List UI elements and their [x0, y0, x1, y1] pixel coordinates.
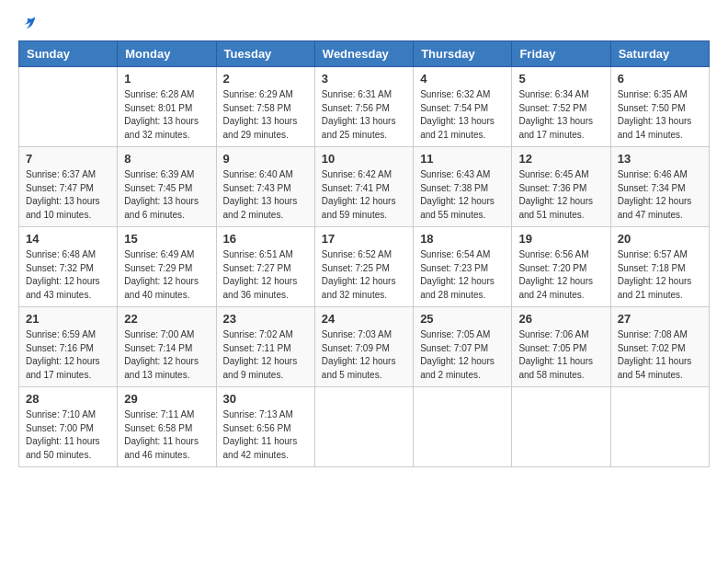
day-info: Sunrise: 6:49 AM Sunset: 7:29 PM Dayligh… [124, 249, 199, 300]
day-info: Sunrise: 6:56 AM Sunset: 7:20 PM Dayligh… [518, 249, 593, 300]
calendar-cell: 8 Sunrise: 6:39 AM Sunset: 7:45 PM Dayli… [118, 147, 216, 227]
day-info: Sunrise: 6:31 AM Sunset: 7:56 PM Dayligh… [322, 89, 396, 140]
calendar-week-3: 14 Sunrise: 6:48 AM Sunset: 7:32 PM Dayl… [19, 227, 710, 307]
calendar-cell: 9 Sunrise: 6:40 AM Sunset: 7:43 PM Dayli… [216, 147, 314, 227]
day-info: Sunrise: 6:48 AM Sunset: 7:32 PM Dayligh… [26, 249, 100, 300]
calendar-cell: 20 Sunrise: 6:57 AM Sunset: 7:18 PM Dayl… [610, 227, 709, 307]
calendar-cell: 17 Sunrise: 6:52 AM Sunset: 7:25 PM Dayl… [314, 227, 413, 307]
day-info: Sunrise: 7:05 AM Sunset: 7:07 PM Dayligh… [420, 329, 495, 380]
header [18, 18, 710, 31]
day-info: Sunrise: 6:34 AM Sunset: 7:52 PM Dayligh… [518, 89, 593, 140]
day-info: Sunrise: 7:10 AM Sunset: 7:00 PM Dayligh… [26, 409, 100, 460]
calendar-cell [314, 387, 413, 467]
calendar-cell: 5 Sunrise: 6:34 AM Sunset: 7:52 PM Dayli… [512, 67, 610, 147]
calendar-cell: 10 Sunrise: 6:42 AM Sunset: 7:41 PM Dayl… [314, 147, 413, 227]
day-number: 9 [223, 152, 308, 166]
day-number: 1 [124, 72, 209, 86]
logo [18, 18, 37, 31]
calendar-week-5: 28 Sunrise: 7:10 AM Sunset: 7:00 PM Dayl… [19, 387, 710, 467]
day-number: 22 [124, 312, 209, 326]
calendar-cell: 3 Sunrise: 6:31 AM Sunset: 7:56 PM Dayli… [314, 67, 413, 147]
day-info: Sunrise: 6:57 AM Sunset: 7:18 PM Dayligh… [618, 249, 692, 300]
day-info: Sunrise: 7:11 AM Sunset: 6:58 PM Dayligh… [124, 409, 199, 460]
calendar-week-2: 7 Sunrise: 6:37 AM Sunset: 7:47 PM Dayli… [19, 147, 710, 227]
day-number: 3 [322, 72, 406, 86]
day-number: 24 [322, 312, 406, 326]
calendar-cell: 13 Sunrise: 6:46 AM Sunset: 7:34 PM Dayl… [610, 147, 709, 227]
calendar-cell: 1 Sunrise: 6:28 AM Sunset: 8:01 PM Dayli… [118, 67, 216, 147]
day-number: 29 [124, 392, 209, 406]
day-number: 25 [420, 312, 505, 326]
day-number: 14 [26, 232, 110, 246]
day-info: Sunrise: 7:00 AM Sunset: 7:14 PM Dayligh… [124, 329, 199, 380]
weekday-header-row: SundayMondayTuesdayWednesdayThursdayFrid… [19, 41, 710, 67]
weekday-header-friday: Friday [512, 41, 610, 67]
calendar-cell: 16 Sunrise: 6:51 AM Sunset: 7:27 PM Dayl… [216, 227, 314, 307]
day-number: 26 [518, 312, 603, 326]
calendar-cell [610, 387, 709, 467]
calendar-cell: 2 Sunrise: 6:29 AM Sunset: 7:58 PM Dayli… [216, 67, 314, 147]
day-info: Sunrise: 6:42 AM Sunset: 7:41 PM Dayligh… [322, 169, 396, 220]
day-number: 17 [322, 232, 406, 246]
day-info: Sunrise: 7:02 AM Sunset: 7:11 PM Dayligh… [223, 329, 298, 380]
day-info: Sunrise: 6:35 AM Sunset: 7:50 PM Dayligh… [618, 89, 692, 140]
day-number: 28 [26, 392, 110, 406]
day-info: Sunrise: 6:40 AM Sunset: 7:43 PM Dayligh… [223, 169, 298, 220]
day-number: 5 [518, 72, 603, 86]
calendar-week-1: 1 Sunrise: 6:28 AM Sunset: 8:01 PM Dayli… [19, 67, 710, 147]
day-number: 15 [124, 232, 209, 246]
calendar-cell: 14 Sunrise: 6:48 AM Sunset: 7:32 PM Dayl… [19, 227, 118, 307]
day-info: Sunrise: 7:08 AM Sunset: 7:02 PM Dayligh… [618, 329, 692, 380]
calendar-cell [19, 67, 118, 147]
weekday-header-wednesday: Wednesday [314, 41, 413, 67]
calendar-cell: 25 Sunrise: 7:05 AM Sunset: 7:07 PM Dayl… [414, 307, 512, 387]
day-info: Sunrise: 6:43 AM Sunset: 7:38 PM Dayligh… [420, 169, 495, 220]
calendar-cell: 22 Sunrise: 7:00 AM Sunset: 7:14 PM Dayl… [118, 307, 216, 387]
day-info: Sunrise: 6:39 AM Sunset: 7:45 PM Dayligh… [124, 169, 199, 220]
day-info: Sunrise: 6:52 AM Sunset: 7:25 PM Dayligh… [322, 249, 396, 300]
day-number: 16 [223, 232, 308, 246]
day-info: Sunrise: 6:28 AM Sunset: 8:01 PM Dayligh… [124, 89, 199, 140]
day-number: 19 [518, 232, 603, 246]
calendar-week-4: 21 Sunrise: 6:59 AM Sunset: 7:16 PM Dayl… [19, 307, 710, 387]
day-number: 7 [26, 152, 110, 166]
day-number: 11 [420, 152, 505, 166]
calendar-cell: 21 Sunrise: 6:59 AM Sunset: 7:16 PM Dayl… [19, 307, 118, 387]
day-info: Sunrise: 6:32 AM Sunset: 7:54 PM Dayligh… [420, 89, 495, 140]
weekday-header-tuesday: Tuesday [216, 41, 314, 67]
day-info: Sunrise: 6:59 AM Sunset: 7:16 PM Dayligh… [26, 329, 100, 380]
day-info: Sunrise: 6:54 AM Sunset: 7:23 PM Dayligh… [420, 249, 495, 300]
calendar-cell: 26 Sunrise: 7:06 AM Sunset: 7:05 PM Dayl… [512, 307, 610, 387]
day-info: Sunrise: 7:13 AM Sunset: 6:56 PM Dayligh… [223, 409, 298, 460]
day-number: 13 [618, 152, 702, 166]
calendar-cell: 29 Sunrise: 7:11 AM Sunset: 6:58 PM Dayl… [118, 387, 216, 467]
day-number: 10 [322, 152, 406, 166]
calendar-table: SundayMondayTuesdayWednesdayThursdayFrid… [18, 40, 710, 467]
day-number: 20 [618, 232, 702, 246]
calendar-cell: 23 Sunrise: 7:02 AM Sunset: 7:11 PM Dayl… [216, 307, 314, 387]
weekday-header-monday: Monday [118, 41, 216, 67]
logo-bird-icon [20, 15, 37, 31]
calendar-cell: 19 Sunrise: 6:56 AM Sunset: 7:20 PM Dayl… [512, 227, 610, 307]
day-number: 30 [223, 392, 308, 406]
calendar-cell [512, 387, 610, 467]
day-info: Sunrise: 6:37 AM Sunset: 7:47 PM Dayligh… [26, 169, 100, 220]
day-number: 23 [223, 312, 308, 326]
calendar-cell: 24 Sunrise: 7:03 AM Sunset: 7:09 PM Dayl… [314, 307, 413, 387]
calendar-cell: 27 Sunrise: 7:08 AM Sunset: 7:02 PM Dayl… [610, 307, 709, 387]
weekday-header-thursday: Thursday [414, 41, 512, 67]
day-number: 12 [518, 152, 603, 166]
calendar-cell: 4 Sunrise: 6:32 AM Sunset: 7:54 PM Dayli… [414, 67, 512, 147]
calendar-cell: 12 Sunrise: 6:45 AM Sunset: 7:36 PM Dayl… [512, 147, 610, 227]
calendar-cell [414, 387, 512, 467]
calendar-cell: 7 Sunrise: 6:37 AM Sunset: 7:47 PM Dayli… [19, 147, 118, 227]
day-number: 18 [420, 232, 505, 246]
calendar-cell: 28 Sunrise: 7:10 AM Sunset: 7:00 PM Dayl… [19, 387, 118, 467]
calendar-cell: 30 Sunrise: 7:13 AM Sunset: 6:56 PM Dayl… [216, 387, 314, 467]
calendar-cell: 11 Sunrise: 6:43 AM Sunset: 7:38 PM Dayl… [414, 147, 512, 227]
day-info: Sunrise: 6:29 AM Sunset: 7:58 PM Dayligh… [223, 89, 298, 140]
day-number: 2 [223, 72, 308, 86]
day-number: 6 [618, 72, 702, 86]
day-number: 8 [124, 152, 209, 166]
day-info: Sunrise: 6:46 AM Sunset: 7:34 PM Dayligh… [618, 169, 692, 220]
